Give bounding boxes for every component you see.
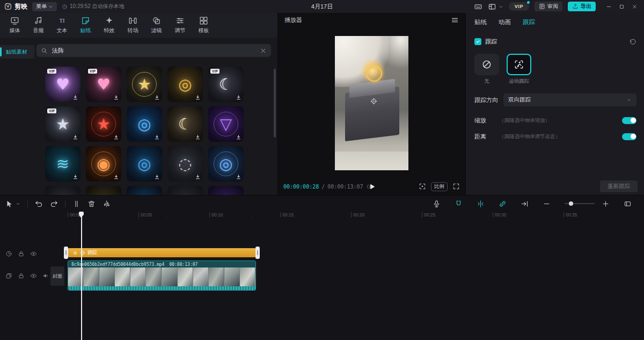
download-icon[interactable] bbox=[72, 174, 78, 180]
split-icon[interactable] bbox=[72, 200, 80, 208]
minimize-button[interactable] bbox=[603, 2, 614, 11]
download-icon[interactable] bbox=[154, 134, 160, 140]
sticker-item[interactable]: ◎ bbox=[86, 186, 121, 195]
sticker-item[interactable]: ◎ bbox=[208, 186, 244, 195]
lock-icon[interactable] bbox=[18, 272, 25, 279]
speaker-icon[interactable] bbox=[42, 272, 49, 279]
download-icon[interactable] bbox=[236, 174, 241, 180]
timeline-ruler[interactable]: 00:0000:0500:1000:1500:2000:2500:3000:35 bbox=[0, 212, 644, 219]
sticker-item[interactable]: ◎ bbox=[167, 67, 203, 102]
download-icon[interactable] bbox=[113, 174, 119, 180]
download-icon[interactable] bbox=[72, 134, 78, 140]
tab-sticker[interactable]: 贴纸 bbox=[474, 18, 487, 26]
tracking-target-icon[interactable] bbox=[370, 98, 377, 105]
search-input[interactable] bbox=[51, 47, 257, 54]
zoom-fit-icon[interactable] bbox=[624, 200, 632, 208]
shortcut-keys-icon[interactable] bbox=[474, 3, 482, 11]
zoom-in-icon[interactable] bbox=[602, 200, 610, 208]
asset-tab-filter[interactable]: 滤镜 bbox=[145, 16, 168, 34]
video-preview[interactable] bbox=[335, 36, 408, 170]
tracking-checkbox[interactable] bbox=[474, 38, 481, 45]
layout-icon[interactable] bbox=[488, 3, 496, 11]
scale-to-fit-icon[interactable] bbox=[419, 183, 426, 190]
download-icon[interactable] bbox=[72, 95, 78, 100]
asset-tab-media[interactable]: 媒体 bbox=[3, 16, 26, 34]
review-button[interactable]: 审阅 bbox=[535, 2, 562, 11]
mirror-icon[interactable] bbox=[103, 200, 111, 208]
retrack-button[interactable]: 重新跟踪 bbox=[600, 180, 638, 192]
menu-button[interactable]: 菜单 bbox=[32, 2, 57, 11]
slider-knob[interactable] bbox=[569, 201, 573, 206]
sticker-clip[interactable]: 跟踪 bbox=[68, 248, 256, 257]
download-icon[interactable] bbox=[195, 95, 201, 100]
search-bar[interactable] bbox=[36, 44, 271, 57]
clear-search-icon[interactable] bbox=[260, 47, 267, 54]
sidebar-item-sticker-material[interactable]: 贴纸素材 bbox=[0, 45, 34, 59]
magnet-toggle-icon[interactable] bbox=[455, 200, 463, 208]
redo-icon[interactable] bbox=[50, 200, 58, 208]
track-duration-icon[interactable] bbox=[5, 250, 12, 257]
asset-tab-effects[interactable]: 特效 bbox=[98, 16, 121, 34]
download-icon[interactable] bbox=[236, 134, 241, 140]
playhead[interactable] bbox=[81, 212, 82, 340]
tracking-none-option[interactable]: 无 bbox=[474, 54, 499, 85]
clip-trim-handle-right[interactable] bbox=[255, 247, 260, 259]
reset-icon[interactable] bbox=[629, 38, 636, 46]
select-tool-icon[interactable] bbox=[5, 200, 13, 208]
player-menu-icon[interactable] bbox=[451, 16, 459, 24]
cover-button[interactable]: 封面 bbox=[50, 266, 64, 286]
download-icon[interactable] bbox=[236, 95, 241, 100]
clip-trim-handle-left[interactable] bbox=[64, 247, 68, 259]
linkage-toggle-icon[interactable] bbox=[499, 200, 507, 208]
vip-badge[interactable]: VIP bbox=[509, 2, 529, 11]
sticker-item[interactable]: ♥VIP bbox=[45, 67, 80, 102]
sticker-item[interactable]: ◌ bbox=[167, 146, 203, 182]
distance-toggle[interactable] bbox=[622, 133, 636, 140]
sticker-item[interactable]: ★VIP bbox=[45, 106, 80, 142]
scale-toggle[interactable] bbox=[622, 117, 636, 124]
timeline-zoom-slider[interactable] bbox=[565, 203, 595, 204]
sticker-item[interactable]: ▽ bbox=[208, 106, 244, 142]
layout-chevron-icon[interactable] bbox=[499, 3, 503, 11]
sticker-item[interactable]: ◉ bbox=[127, 186, 162, 195]
sticker-item[interactable]: ◉ bbox=[86, 146, 121, 182]
tracking-direction-select[interactable]: 双向跟踪 bbox=[503, 93, 636, 106]
asset-tab-audio[interactable]: 音频 bbox=[27, 16, 50, 34]
asset-tab-text[interactable]: TI文本 bbox=[50, 16, 74, 34]
tab-tracking[interactable]: 跟踪 bbox=[523, 18, 535, 26]
record-voiceover-icon[interactable] bbox=[433, 200, 441, 208]
sticker-item[interactable]: ☾ bbox=[167, 106, 203, 142]
undo-icon[interactable] bbox=[35, 200, 43, 208]
overlay-icon[interactable] bbox=[5, 272, 12, 279]
tab-animation[interactable]: 动画 bbox=[499, 18, 511, 26]
download-icon[interactable] bbox=[195, 174, 201, 180]
download-icon[interactable] bbox=[113, 134, 119, 140]
tracking-motion-option[interactable]: 运动跟踪 bbox=[507, 54, 531, 85]
preview-axis-icon[interactable] bbox=[521, 200, 529, 208]
sticker-item[interactable]: ★ bbox=[86, 106, 121, 142]
asset-tab-sticker[interactable]: 贴纸 bbox=[74, 16, 97, 34]
ratio-button[interactable]: 比例 bbox=[431, 182, 448, 191]
zoom-out-icon[interactable] bbox=[543, 200, 551, 208]
download-icon[interactable] bbox=[154, 95, 160, 100]
select-tool-chevron-icon[interactable] bbox=[16, 201, 20, 206]
export-button[interactable]: 导出 bbox=[568, 2, 596, 11]
sticker-item[interactable]: ★ bbox=[127, 67, 162, 102]
asset-tab-adjust[interactable]: 调节 bbox=[169, 16, 192, 34]
close-window-button[interactable] bbox=[629, 2, 640, 11]
sticker-item[interactable]: ◎ bbox=[208, 146, 244, 182]
sticker-item[interactable]: ◎ bbox=[127, 106, 162, 142]
sticker-item[interactable]: ≋ bbox=[45, 146, 80, 182]
play-button[interactable] bbox=[368, 183, 376, 191]
scrollbar[interactable] bbox=[274, 69, 276, 138]
delete-icon[interactable] bbox=[87, 200, 96, 208]
sticker-item[interactable]: ◌ bbox=[167, 186, 203, 195]
fullscreen-icon[interactable] bbox=[452, 183, 460, 190]
asset-tab-template[interactable]: 模板 bbox=[192, 16, 215, 34]
eye-icon[interactable] bbox=[30, 272, 37, 279]
lock-icon[interactable] bbox=[18, 250, 25, 257]
sticker-item[interactable]: ☾VIP bbox=[208, 67, 244, 102]
maximize-button[interactable] bbox=[616, 2, 627, 11]
sticker-item[interactable]: ♥VIP bbox=[86, 67, 121, 102]
video-clip[interactable]: 8c9ae0656b2edf77dd50044d0bcb9573.mp4 00:… bbox=[68, 261, 256, 291]
